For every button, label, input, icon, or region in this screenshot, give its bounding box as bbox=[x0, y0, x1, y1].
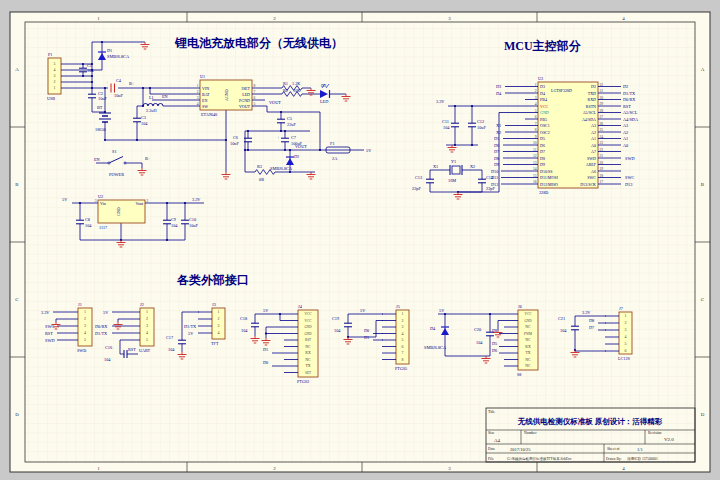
pin-number: 19 bbox=[600, 167, 604, 171]
net-label: C20 bbox=[474, 327, 481, 332]
title-block-title: 无线供电检测仪标准板 原创设计：活得精彩 bbox=[517, 417, 663, 426]
component-ref: J3 bbox=[212, 302, 216, 307]
net-label: 104 bbox=[241, 328, 248, 333]
junction-dot bbox=[444, 313, 446, 315]
pin-label: 3 bbox=[84, 324, 86, 328]
pin-label: NC bbox=[305, 358, 311, 362]
pin-number: 16 bbox=[533, 180, 537, 184]
pin-number: 4 bbox=[197, 102, 199, 106]
title-block-label: Date bbox=[488, 447, 495, 451]
pin-name: D13/SCK bbox=[580, 182, 596, 187]
frame-ref-row: A bbox=[701, 67, 705, 72]
component-part: S8 bbox=[517, 372, 521, 377]
pin-number: 18 bbox=[600, 174, 604, 178]
pin-label: 5 bbox=[625, 342, 627, 346]
pin-name: AREF bbox=[586, 162, 597, 167]
net-label: C5 bbox=[287, 116, 292, 121]
pin-label: PWM bbox=[524, 332, 532, 336]
ic-inner-text: AGND bbox=[224, 89, 229, 101]
pin-number: 5 bbox=[535, 109, 537, 113]
net-label: D2 bbox=[294, 154, 299, 159]
net-label: D0/RX bbox=[623, 97, 636, 102]
pin-name: VOUT bbox=[239, 104, 251, 109]
net-label: SWD bbox=[625, 156, 635, 161]
pin-name: SWC bbox=[587, 175, 596, 180]
net-label: R1 bbox=[283, 81, 288, 86]
net-label: SWC bbox=[45, 324, 54, 329]
pin-label: 3 bbox=[625, 328, 627, 332]
net-label: D7 bbox=[589, 325, 595, 330]
pin-label: 4 bbox=[54, 68, 56, 72]
net-label: F1 bbox=[330, 141, 335, 146]
component-part: LC12S bbox=[618, 356, 631, 361]
pin-number: 4 bbox=[535, 102, 537, 106]
pin-number: 2 bbox=[535, 89, 537, 93]
net-label: VOUT bbox=[269, 100, 281, 105]
pin-number: 10 bbox=[533, 141, 537, 145]
title-block-sheet: 1/1 bbox=[637, 447, 643, 452]
pin-name: A0 bbox=[591, 143, 596, 148]
pin-number: 23 bbox=[600, 141, 604, 145]
pin-number: 5 bbox=[254, 102, 256, 106]
junction-dot bbox=[289, 149, 291, 151]
section-title: 各类外部接口 bbox=[176, 273, 249, 287]
net-label: 3.3V bbox=[436, 99, 445, 104]
pin-number: 25 bbox=[600, 128, 604, 132]
net-label: 104 bbox=[168, 347, 175, 352]
net-label: RST bbox=[623, 104, 631, 109]
net-label: 22pF bbox=[486, 186, 495, 191]
component-part: SWD bbox=[77, 348, 86, 353]
net-label: RST bbox=[128, 347, 136, 352]
net-label: A4/SDA bbox=[623, 117, 639, 122]
net-label: 1.2K bbox=[292, 81, 301, 86]
pin-number: 29 bbox=[600, 102, 604, 106]
pin-label: RX bbox=[525, 345, 531, 349]
pin-number: 6 bbox=[254, 96, 256, 100]
net-label: D6 bbox=[492, 348, 498, 353]
net-label: 5V bbox=[263, 308, 269, 313]
pin-label: NC bbox=[305, 345, 311, 349]
pin-label: 7 bbox=[402, 351, 404, 355]
pin-label: GND bbox=[524, 319, 532, 323]
title-block-drawn-by: 活得精彩 137500001 bbox=[627, 456, 658, 461]
pin-name: D12/MISO bbox=[540, 182, 558, 187]
pin-number: 26 bbox=[600, 122, 604, 126]
net-label: X1 bbox=[496, 123, 501, 128]
net-label: 0R bbox=[259, 177, 264, 182]
pin-name: RXD bbox=[588, 97, 597, 102]
component-U3[interactable]: U3328D1D32D43PB44VCC5GND6PB57OSC18OSC29D… bbox=[525, 76, 611, 195]
junction-dot bbox=[149, 87, 151, 89]
title-block-label: File bbox=[488, 457, 494, 461]
net-label: 3.3V bbox=[582, 310, 591, 315]
net-label: C8 bbox=[85, 217, 90, 222]
pin-label: TX bbox=[305, 364, 310, 368]
pin-number: 11 bbox=[533, 148, 537, 152]
net-label: BT bbox=[97, 105, 103, 110]
pin-label: 4 bbox=[625, 335, 627, 339]
pin-name: SWD bbox=[587, 156, 596, 161]
net-label: D0/RX bbox=[95, 324, 108, 329]
component-ref: J2 bbox=[140, 302, 144, 307]
pin-label: GND bbox=[304, 325, 312, 329]
net-label: C21 bbox=[558, 316, 565, 321]
component-part: ETA9640 bbox=[201, 112, 217, 117]
component-part: UART bbox=[139, 348, 151, 353]
net-label: L1 bbox=[149, 95, 154, 100]
pin-name: A5/SCL bbox=[583, 110, 597, 115]
pin-label: 8 bbox=[402, 358, 404, 362]
pin-name: Vout bbox=[136, 201, 144, 206]
net-label: C3 bbox=[141, 115, 146, 120]
pin-label: 3 bbox=[146, 324, 148, 328]
net-label: 104 bbox=[443, 125, 450, 130]
pin-number: 31 bbox=[600, 89, 604, 93]
net-label: D7 bbox=[494, 149, 500, 154]
title-block-size: A4 bbox=[494, 438, 501, 443]
pin-name: OSC1 bbox=[540, 123, 550, 128]
net-label: POWER bbox=[109, 172, 124, 177]
net-label: 10uF bbox=[98, 96, 107, 101]
title-block-label: Drawn By: bbox=[606, 457, 621, 461]
pin-name: D3 bbox=[540, 84, 545, 89]
net-label: 2.2uH bbox=[146, 108, 157, 113]
net-label: 10K bbox=[293, 88, 301, 93]
net-label: D1 bbox=[263, 347, 268, 352]
